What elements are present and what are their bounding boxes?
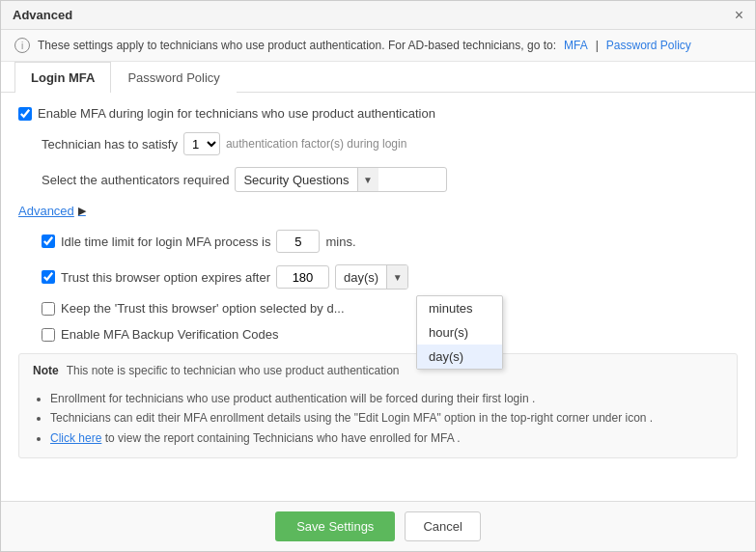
enable-mfa-row: Enable MFA during login for technicians … [18,106,738,121]
tab-password-policy[interactable]: Password Policy [111,62,236,93]
cancel-button[interactable]: Cancel [405,511,480,541]
enable-mfa-checkbox[interactable] [18,107,32,121]
advanced-arrow-icon: ▶ [78,205,86,217]
satisfy-suffix-label: authentication factor(s) during login [226,137,406,151]
save-button[interactable]: Save Settings [275,511,395,541]
tab-login-mfa[interactable]: Login MFA [14,62,111,93]
unit-dropdown-overlay: minutes hour(s) day(s) [416,295,503,370]
keep-trust-row: Keep the 'Trust this browser' option sel… [18,301,738,316]
idle-time-suffix: mins. [325,235,355,249]
authenticator-dropdown-arrow[interactable]: ▼ [357,168,378,191]
keep-trust-checkbox[interactable] [42,302,55,316]
dialog-footer: Save Settings Cancel [1,501,755,551]
trust-browser-label: Trust this browser option expires after [61,270,270,285]
backup-codes-label: Enable MFA Backup Verification Codes [61,327,278,342]
mfa-link[interactable]: MFA [564,39,588,52]
advanced-link-label: Advanced [18,204,74,218]
dropdown-item-days[interactable]: day(s) [417,345,502,369]
authenticator-row: Select the authenticators required Secur… [18,167,738,192]
idle-time-input[interactable] [276,230,320,253]
idle-time-checkbox[interactable] [42,235,55,248]
satisfy-row: Technician has to satisfy 1 2 3 authenti… [18,132,738,155]
note-section: Note This note is specific to technician… [18,353,738,458]
main-content: Enable MFA during login for technicians … [1,93,755,501]
enable-mfa-label: Enable MFA during login for technicians … [38,106,435,121]
tabs-bar: Login MFA Password Policy [1,62,755,93]
password-policy-link[interactable]: Password Policy [606,39,691,52]
click-here-link[interactable]: Click here [50,431,101,445]
info-icon: i [14,38,30,53]
info-text: These settings apply to technicians who … [38,39,556,52]
satisfy-select[interactable]: 1 2 3 [183,132,220,155]
note-body: This note is specific to technician who … [67,364,400,383]
dialog-titlebar: Advanced × [1,1,755,30]
keep-trust-label: Keep the 'Trust this browser' option sel… [61,301,345,316]
trust-browser-checkbox[interactable] [42,270,55,284]
idle-time-row: Idle time limit for login MFA process is… [18,230,738,253]
note-item-2: Click here to view the report containing… [50,428,723,448]
dropdown-item-minutes[interactable]: minutes [417,296,502,320]
info-banner: i These settings apply to technicians wh… [1,30,755,62]
trust-browser-row: Trust this browser option expires after … [18,264,738,290]
satisfy-prefix-label: Technician has to satisfy [42,137,178,152]
idle-time-label: Idle time limit for login MFA process is [61,235,270,249]
note-item-1: Technicians can edit their MFA enrollmen… [50,408,723,428]
trust-browser-unit-select[interactable]: day(s) ▼ [335,264,408,290]
close-button[interactable]: × [735,8,743,23]
dialog-title: Advanced [13,8,72,22]
authenticator-value: Security Questions [236,171,356,189]
backup-codes-row: Enable MFA Backup Verification Codes [18,327,738,342]
authenticator-label: Select the authenticators required [42,173,229,187]
note-list: Enrollment for technicians who use produ… [33,389,723,448]
advanced-dialog: Advanced × i These settings apply to tec… [0,0,756,552]
trust-unit-arrow-icon[interactable]: ▼ [386,265,407,289]
note-title: Note [33,364,59,377]
authenticator-select[interactable]: Security Questions ▼ [235,167,447,192]
backup-codes-checkbox[interactable] [42,328,55,342]
dropdown-item-hours[interactable]: hour(s) [417,320,502,345]
trust-browser-unit-value: day(s) [336,268,386,287]
trust-browser-input[interactable] [276,265,329,289]
separator: | [596,39,599,52]
advanced-section-link[interactable]: Advanced ▶ [18,204,86,218]
note-item-0: Enrollment for technicians who use produ… [50,389,723,408]
